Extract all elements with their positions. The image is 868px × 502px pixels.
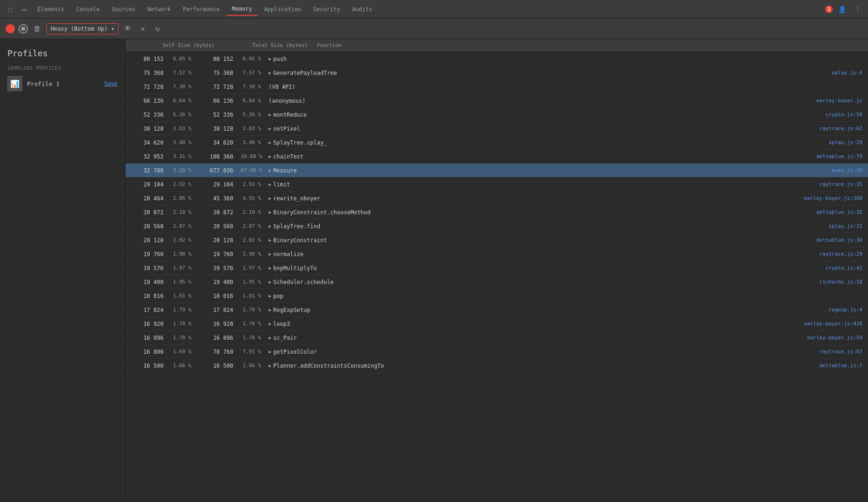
expand-arrow[interactable]: ▶ [269, 224, 271, 229]
table-row[interactable]: 32 788 3.29 % 677 036 67.98 % ▶ Measure … [125, 164, 868, 178]
expand-arrow[interactable]: ▶ [269, 321, 271, 326]
table-row[interactable]: 16 896 1.70 % 16 896 1.70 % ▶ sc_Pair ea… [125, 331, 868, 345]
expand-arrow[interactable]: ▶ [269, 307, 271, 312]
expand-arrow[interactable]: ▶ [269, 140, 271, 145]
expand-arrow[interactable]: ▶ [269, 279, 271, 284]
error-badge[interactable]: 1 [825, 6, 833, 13]
expand-arrow[interactable]: ▶ [269, 210, 271, 215]
table-row[interactable]: 80 152 8.05 % 80 152 8.05 % ▶ push [125, 52, 868, 66]
cell-source[interactable]: earley-boyer.js [775, 98, 868, 104]
table-row[interactable]: 16 800 1.69 % 78 760 7.91 % ▶ getPixelCo… [125, 345, 868, 359]
save-link[interactable]: Save [104, 80, 118, 87]
table-row[interactable]: 20 128 2.02 % 20 128 2.02 % ▶ BinaryCons… [125, 233, 868, 247]
table-row[interactable]: 18 016 1.81 % 18 016 1.81 % ▶ pop [125, 289, 868, 303]
table-row[interactable]: 34 620 3.48 % 34 620 3.48 % ▶ SplayTree.… [125, 136, 868, 150]
tab-performance[interactable]: Performance [178, 3, 225, 15]
cell-source[interactable]: earley-boyer.js:360 [775, 195, 868, 201]
table-row[interactable]: 32 952 3.31 % 108 360 10.88 % ▶ chainTes… [125, 150, 868, 164]
cell-total-pct: 2.02 % [237, 237, 265, 243]
eye-icon[interactable]: 👁 [122, 23, 133, 34]
cell-self-pct: 6.64 % [167, 98, 195, 104]
clear-button[interactable]: 🗑 [32, 23, 43, 34]
view-dropdown[interactable]: Heavy (Bottom Up) ▾ [46, 23, 118, 34]
user-icon[interactable]: 👤 [835, 3, 848, 16]
expand-arrow[interactable]: ▶ [269, 154, 271, 159]
table-row[interactable]: 19 760 1.98 % 19 760 1.98 % ▶ normalize … [125, 247, 868, 261]
cursor-icon[interactable]: ⬚ [4, 3, 17, 16]
table-row[interactable]: 75 368 7.57 % 75 368 7.57 % ▶ GeneratePa… [125, 66, 868, 80]
tab-memory[interactable]: Memory [226, 3, 257, 16]
cell-total-size: 20 568 [195, 223, 237, 230]
stop-button[interactable] [19, 24, 28, 33]
cell-self-pct: 1.95 % [167, 279, 195, 285]
expand-arrow[interactable]: ▶ [269, 349, 271, 354]
tab-console[interactable]: Console [71, 3, 105, 15]
cell-self-size: 19 400 [125, 279, 167, 285]
table-row[interactable]: 20 568 2.07 % 20 568 2.07 % ▶ SplayTree.… [125, 219, 868, 233]
cell-source[interactable]: raytrace.js:29 [775, 251, 868, 257]
cell-source[interactable]: raytrace.js:67 [775, 349, 868, 355]
cell-source[interactable]: deltablue.js:35 [775, 209, 868, 215]
table-row[interactable]: 19 576 1.97 % 19 576 1.97 % ▶ bnpMultipl… [125, 261, 868, 275]
cell-source[interactable]: splay.js:4 [775, 70, 868, 76]
expand-arrow[interactable]: ▶ [269, 126, 271, 131]
table-row[interactable]: 66 136 6.64 % 66 136 6.64 % (anonymous) … [125, 94, 868, 108]
tab-security[interactable]: Security [308, 3, 346, 15]
expand-arrow[interactable]: ▶ [269, 56, 271, 61]
profile-item[interactable]: 📊 Profile 1 Save [0, 73, 125, 95]
cell-source[interactable]: crypto.js:58 [775, 112, 868, 118]
cell-source[interactable]: earley-boyer.js:428 [775, 321, 868, 327]
cell-source[interactable]: richards.js:18 [775, 279, 868, 285]
cell-source[interactable]: raytrace.js:15 [775, 181, 868, 187]
expand-arrow[interactable]: ▶ [269, 293, 271, 298]
table-row[interactable]: 20 872 2.10 % 20 872 2.10 % ▶ BinaryCons… [125, 205, 868, 219]
nav-right-area: 1 👤 ⋮ [825, 3, 864, 16]
table-row[interactable]: 72 728 7.30 % 72 728 7.30 % (V8 API) [125, 80, 868, 94]
expand-arrow[interactable]: ▶ [269, 363, 271, 368]
expand-arrow[interactable]: ▶ [269, 112, 271, 117]
expand-arrow[interactable]: ▶ [269, 335, 271, 340]
record-button[interactable] [6, 24, 15, 33]
expand-arrow[interactable]: ▶ [269, 265, 271, 271]
tab-elements[interactable]: Elements [32, 3, 70, 15]
tab-sources[interactable]: Sources [106, 3, 141, 15]
cell-self-pct: 1.70 % [167, 321, 195, 327]
tab-audits[interactable]: Audits [347, 3, 378, 15]
expand-arrow[interactable]: ▶ [269, 251, 271, 257]
cell-source[interactable]: regexp.js:4 [775, 307, 868, 313]
cell-function: ▶ setPixel [265, 126, 775, 132]
table-row[interactable]: 17 824 1.79 % 17 824 1.79 % ▶ RegExpSetu… [125, 303, 868, 317]
expand-arrow[interactable]: ▶ [269, 182, 271, 187]
table-row[interactable]: 19 400 1.95 % 19 400 1.95 % ▶ Scheduler.… [125, 275, 868, 289]
table-row[interactable]: 16 920 1.70 % 16 920 1.70 % ▶ loop3 earl… [125, 317, 868, 331]
cell-self-size: 20 872 [125, 209, 167, 216]
table-row[interactable]: 52 336 5.26 % 52 336 5.26 % ▶ montReduce… [125, 108, 868, 122]
function-name: limit [273, 181, 290, 188]
cell-source[interactable]: earley-boyer.js:59 [775, 335, 868, 341]
cell-source[interactable]: raytrace.js:62 [775, 126, 868, 132]
table-row[interactable]: 38 128 3.83 % 38 128 3.83 % ▶ setPixel r… [125, 122, 868, 136]
cell-source[interactable]: deltablue.js:79 [775, 153, 868, 159]
mobile-icon[interactable]: ▭ [18, 3, 31, 16]
refresh-icon[interactable]: ↻ [152, 23, 163, 34]
cell-source[interactable]: base.js:20 [775, 167, 868, 173]
expand-arrow[interactable]: ▶ [269, 238, 271, 243]
cell-source[interactable]: splay.js:22 [775, 223, 868, 229]
tab-network[interactable]: Network [142, 3, 177, 15]
expand-arrow[interactable]: ▶ [269, 70, 271, 75]
table-row[interactable]: 28 464 2.86 % 45 360 4.55 % ▶ rewrite_nb… [125, 192, 868, 205]
expand-arrow[interactable]: ▶ [269, 196, 271, 201]
cell-source[interactable]: crypto.js:41 [775, 265, 868, 271]
cell-function: ▶ Planner.addConstraintsConsumingTo [265, 363, 775, 369]
close-icon[interactable]: ✕ [137, 23, 148, 34]
tab-application[interactable]: Application [258, 3, 306, 15]
table-row[interactable]: 29 104 2.92 % 29 104 2.92 % ▶ limit rayt… [125, 178, 868, 192]
cell-total-size: 17 824 [195, 307, 237, 313]
table-row[interactable]: 16 500 1.66 % 16 500 1.66 % ▶ Planner.ad… [125, 359, 868, 373]
function-name: normalize [273, 251, 303, 258]
more-icon[interactable]: ⋮ [851, 3, 864, 16]
cell-source[interactable]: splay.js:29 [775, 139, 868, 145]
cell-source[interactable]: deltablue.js:34 [775, 237, 868, 243]
cell-source[interactable]: deltablue.js:7 [775, 363, 868, 369]
expand-arrow[interactable]: ▶ [269, 168, 271, 173]
